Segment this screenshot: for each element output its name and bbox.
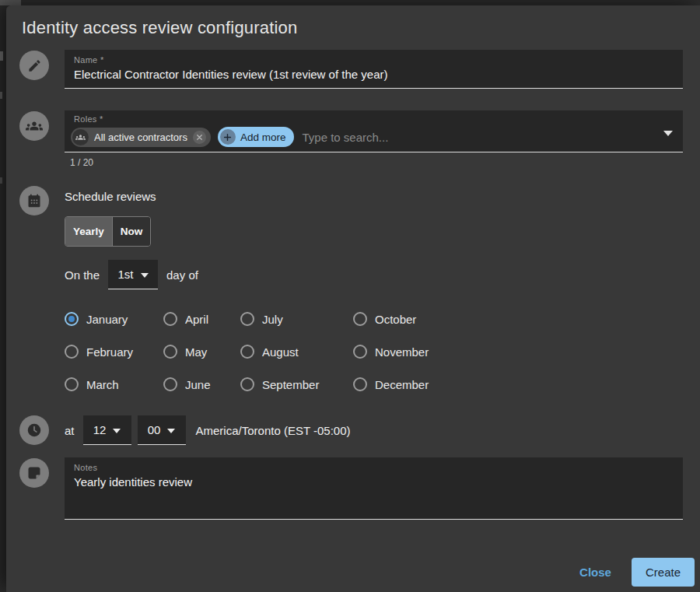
hour-select[interactable]: 12 xyxy=(83,415,131,445)
create-button[interactable]: Create xyxy=(632,558,695,587)
role-chip-label: All active contractors xyxy=(94,131,187,143)
radio-icon xyxy=(353,312,367,326)
notes-textarea[interactable]: Notes Yearly identities review xyxy=(65,457,683,520)
day-select-value: 1st xyxy=(118,268,134,281)
chip-remove-icon[interactable] xyxy=(193,131,206,144)
backdrop-page-fragment xyxy=(0,92,2,99)
minute-select[interactable]: 00 xyxy=(138,415,186,445)
month-label: January xyxy=(86,313,128,326)
radio-icon xyxy=(353,377,367,391)
month-option-february[interactable]: February xyxy=(65,342,163,361)
month-label: July xyxy=(262,313,283,326)
month-option-march[interactable]: March xyxy=(65,375,163,394)
month-label: March xyxy=(86,378,119,391)
month-label: February xyxy=(86,345,133,359)
frequency-toggle: Yearly Now xyxy=(65,216,151,247)
month-label: August xyxy=(262,345,299,359)
radio-icon xyxy=(65,377,79,391)
close-button[interactable]: Close xyxy=(570,559,621,586)
month-option-october[interactable]: October xyxy=(353,310,683,328)
name-input[interactable]: Name * Electrical Contractor Identities … xyxy=(65,50,683,89)
backdrop-page-fragment xyxy=(0,51,3,61)
people-icon xyxy=(19,111,49,141)
pencil-icon xyxy=(19,51,49,80)
month-option-june[interactable]: June xyxy=(163,375,240,394)
identity-review-dialog: Identity access review configuration Nam… xyxy=(6,5,700,592)
month-label: June xyxy=(185,378,211,391)
day-of-row: On the 1st day of xyxy=(65,260,683,289)
day-of-label: day of xyxy=(166,268,198,282)
at-label: at xyxy=(65,424,75,437)
schedule-heading: Schedule reviews xyxy=(65,190,683,204)
notes-row: Notes Yearly identities review xyxy=(6,457,700,520)
minute-value: 00 xyxy=(148,423,161,436)
schedule-row: Schedule reviews Yearly Now On the 1st d… xyxy=(6,185,700,394)
roles-row: Roles * All active contractors xyxy=(6,110,700,168)
month-option-september[interactable]: September xyxy=(240,375,353,394)
chevron-down-icon[interactable] xyxy=(663,131,673,136)
dialog-title: Identity access review configuration xyxy=(6,5,700,40)
roles-search-input[interactable]: Type to search... xyxy=(302,131,388,144)
month-option-december[interactable]: December xyxy=(353,375,683,394)
month-option-april[interactable]: April xyxy=(163,310,240,328)
backdrop-page-fragment xyxy=(0,177,2,184)
radio-icon xyxy=(65,345,79,359)
people-icon xyxy=(72,129,89,145)
plus-icon xyxy=(220,129,236,145)
month-label: April xyxy=(185,313,208,326)
on-the-label: On the xyxy=(65,268,100,282)
radio-icon xyxy=(163,345,177,359)
name-label: Name * xyxy=(74,55,674,65)
frequency-option-now[interactable]: Now xyxy=(112,217,151,246)
frequency-option-yearly[interactable]: Yearly xyxy=(65,217,112,246)
dialog-footer: Close Create xyxy=(570,558,695,587)
backdrop-page-fragment xyxy=(0,0,21,5)
radio-icon xyxy=(65,312,79,326)
radio-icon xyxy=(353,345,367,359)
hour-value: 12 xyxy=(93,423,107,436)
month-option-july[interactable]: July xyxy=(240,310,353,328)
add-more-label: Add more xyxy=(240,131,286,143)
month-label: November xyxy=(375,345,429,359)
role-chip-all-active-contractors[interactable]: All active contractors xyxy=(71,128,211,147)
roles-multiselect[interactable]: Roles * All active contractors xyxy=(65,110,683,152)
radio-icon xyxy=(163,377,177,391)
radio-icon xyxy=(163,312,177,326)
note-icon xyxy=(19,458,49,488)
chevron-down-icon xyxy=(167,429,175,433)
month-label: May xyxy=(185,345,207,359)
chevron-down-icon xyxy=(113,429,121,433)
day-select[interactable]: 1st xyxy=(108,260,158,289)
clock-icon xyxy=(19,415,49,445)
month-label: December xyxy=(375,378,429,391)
month-radio-group: January February March April May June Ju… xyxy=(65,310,683,394)
month-option-august[interactable]: August xyxy=(240,342,353,361)
roles-label: Roles * xyxy=(74,114,656,124)
month-label: October xyxy=(375,313,416,326)
chevron-down-icon xyxy=(141,273,149,278)
notes-label: Notes xyxy=(74,463,674,473)
notes-value: Yearly identities review xyxy=(74,475,674,489)
timezone-label: America/Toronto (EST -05:00) xyxy=(196,424,351,437)
name-value: Electrical Contractor Identities review … xyxy=(74,68,674,82)
month-option-january[interactable]: January xyxy=(65,310,163,328)
month-label: September xyxy=(262,378,319,391)
roles-counter: 1 / 20 xyxy=(70,157,683,168)
add-more-button[interactable]: Add more xyxy=(218,127,295,147)
month-option-november[interactable]: November xyxy=(353,342,683,361)
name-row: Name * Electrical Contractor Identities … xyxy=(6,50,700,89)
calendar-icon xyxy=(19,186,49,215)
month-option-may[interactable]: May xyxy=(163,342,240,361)
time-row: at 12 00 America/Toronto (EST -05:00) xyxy=(6,415,700,445)
radio-icon xyxy=(240,377,254,391)
radio-icon xyxy=(240,345,254,359)
radio-icon xyxy=(240,312,254,326)
